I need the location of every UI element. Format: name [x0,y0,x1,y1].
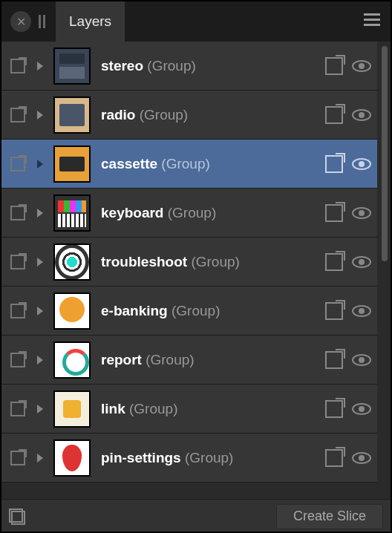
export-icon[interactable] [325,351,343,369]
layer-type: (Group) [161,156,209,171]
visibility-eye-icon[interactable] [352,305,371,317]
menu-icon[interactable] [364,13,380,26]
layer-name: pin-settings [101,450,181,465]
export-small-icon[interactable] [10,402,25,416]
layer-thumbnail [53,145,91,183]
layer-type: (Group) [140,107,188,122]
layer-label: stereo (Group) [101,58,325,74]
scrollbar-thumb[interactable] [382,46,388,261]
visibility-eye-icon[interactable] [352,60,371,72]
layer-thumbnail [53,194,91,232]
layer-label: keyboard (Group) [101,205,325,221]
layer-label: pin-settings (Group) [101,450,325,466]
export-small-icon[interactable] [10,451,25,465]
slice-overlap-icon[interactable] [9,509,25,525]
layer-label: e-banking (Group) [101,303,325,319]
close-icon[interactable]: ✕ [10,11,31,32]
expand-chevron-icon[interactable] [37,111,43,120]
export-icon[interactable] [325,449,343,467]
visibility-eye-icon[interactable] [352,354,371,366]
layers-scroll-area: stereo (Group)radio (Group)cassette (Gro… [1,42,391,499]
layer-label: link (Group) [101,401,325,417]
export-icon[interactable] [325,204,343,222]
layer-row-link[interactable]: link (Group) [1,385,377,434]
layer-row-radio[interactable]: radio (Group) [1,91,377,140]
visibility-eye-icon[interactable] [352,158,371,170]
layer-thumbnail [53,439,91,477]
visibility-eye-icon[interactable] [352,403,371,415]
layer-name: report [101,352,142,367]
layer-thumbnail [53,292,91,330]
layer-type: (Group) [172,303,220,318]
export-small-icon[interactable] [10,206,25,220]
layer-thumbnail [53,243,91,281]
layer-label: report (Group) [101,352,325,368]
export-small-icon[interactable] [10,108,25,122]
expand-chevron-icon[interactable] [37,307,43,315]
export-small-icon[interactable] [10,304,25,318]
layer-thumbnail [53,97,91,134]
layer-label: troubleshoot (Group) [101,254,325,270]
layer-name: troubleshoot [101,254,187,269]
export-small-icon[interactable] [10,157,25,171]
visibility-eye-icon[interactable] [352,452,371,464]
layer-name: stereo [101,58,143,73]
layer-row-e-banking[interactable]: e-banking (Group) [1,287,377,336]
layer-name: e-banking [101,303,168,318]
layer-name: radio [101,107,135,122]
export-small-icon[interactable] [10,353,25,367]
layer-label: cassette (Group) [101,156,325,172]
layer-row-pin-settings[interactable]: pin-settings (Group) [1,434,377,483]
export-small-icon[interactable] [10,255,25,269]
layer-label: radio (Group) [101,107,325,123]
expand-chevron-icon[interactable] [37,258,43,266]
expand-chevron-icon[interactable] [37,356,43,364]
layer-row-report[interactable]: report (Group) [1,336,377,385]
visibility-eye-icon[interactable] [352,256,371,268]
pause-icon[interactable] [39,15,45,28]
layer-type: (Group) [147,58,195,73]
layer-type: (Group) [129,401,177,416]
layer-thumbnail [53,341,91,379]
layer-thumbnail [53,390,91,428]
layers-list: stereo (Group)radio (Group)cassette (Gro… [1,42,391,483]
layer-name: cassette [101,156,157,171]
layer-name: link [101,401,125,416]
layer-type: (Group) [191,254,239,269]
panel-header: ✕ Layers [1,1,391,42]
export-icon[interactable] [325,106,343,124]
export-icon[interactable] [325,155,343,173]
layer-type: (Group) [185,450,233,465]
layer-row-stereo[interactable]: stereo (Group) [1,42,377,91]
visibility-eye-icon[interactable] [352,109,371,121]
create-slice-button[interactable]: Create Slice [276,504,383,529]
layer-row-keyboard[interactable]: keyboard (Group) [1,189,377,238]
expand-chevron-icon[interactable] [37,62,43,71]
layer-type: (Group) [168,205,216,220]
expand-chevron-icon[interactable] [37,209,43,218]
expand-chevron-icon[interactable] [37,405,43,413]
export-icon[interactable] [325,302,343,320]
export-icon[interactable] [325,57,343,75]
layer-type: (Group) [146,352,194,367]
expand-chevron-icon[interactable] [37,160,43,169]
layer-row-troubleshoot[interactable]: troubleshoot (Group) [1,238,377,287]
expand-chevron-icon[interactable] [37,454,43,462]
export-icon[interactable] [325,400,343,418]
layer-row-cassette[interactable]: cassette (Group) [1,140,377,189]
layer-name: keyboard [101,205,163,220]
layer-thumbnail [53,48,91,85]
visibility-eye-icon[interactable] [352,207,371,219]
export-small-icon[interactable] [10,59,25,73]
tab-layers[interactable]: Layers [56,1,125,42]
export-icon[interactable] [325,253,343,271]
panel-footer: Create Slice [1,499,391,533]
